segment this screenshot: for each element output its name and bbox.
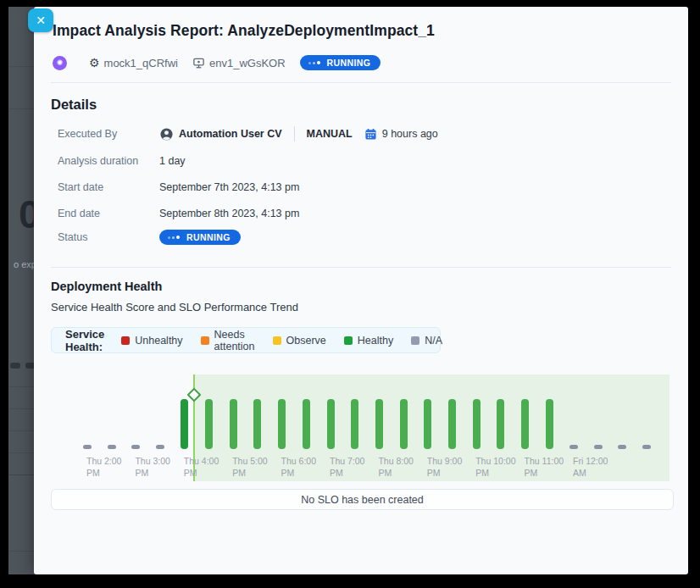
health-bar[interactable]: [521, 399, 529, 449]
background-chart-dash: [10, 363, 20, 369]
health-bar[interactable]: [303, 399, 310, 449]
legend-item-needs-attention: Needs attention: [201, 329, 255, 352]
start-date-value: September 7th 2023, 4:13 pm: [159, 181, 299, 193]
health-bar[interactable]: [400, 399, 408, 449]
legend-item-observe: Observe: [273, 335, 326, 347]
legend-swatch-icon: [121, 336, 130, 345]
health-bar-na[interactable]: [642, 445, 651, 449]
x-axis-label: Thu 7:00PM: [330, 456, 364, 479]
legend-item-unhealthy: Unhealthy: [121, 335, 182, 347]
x-axis-label: Fri 12:00AM: [573, 456, 608, 479]
slo-empty-box: No SLO has been created: [51, 489, 674, 510]
legend-swatch-icon: [201, 336, 209, 345]
legend-bar: Service Health: UnhealthyNeeds attention…: [51, 327, 441, 353]
health-bar[interactable]: [473, 399, 481, 449]
header-divider: [51, 82, 671, 83]
background-row-line: [8, 551, 36, 552]
status-badge-label: RUNNING: [186, 233, 231, 242]
legend-item-label: Observe: [286, 335, 326, 347]
details-heading: Details: [51, 97, 97, 113]
close-icon: ✕: [36, 14, 46, 27]
status-label: Status: [58, 231, 159, 243]
trigger-type: MANUAL: [307, 128, 353, 140]
duration-value: 1 day: [159, 155, 186, 167]
detail-row-end-date: End date September 8th 2023, 4:13 pm: [58, 205, 668, 222]
background-divider: [8, 108, 36, 109]
health-bar[interactable]: [546, 399, 553, 449]
health-bar-na[interactable]: [569, 445, 578, 449]
detail-row-start-date: Start date September 7th 2023, 4:13 pm: [58, 179, 668, 196]
health-bar[interactable]: [181, 399, 188, 449]
background-row-line: [8, 386, 36, 387]
executed-by-label: Executed By: [58, 128, 159, 140]
x-axis-label: Thu 9:00PM: [427, 456, 462, 479]
service-health-chart: Thu 2:00PMThu 3:00PMThu 4:00PMThu 5:00PM…: [51, 364, 674, 483]
health-bar[interactable]: [448, 399, 456, 449]
environment-ref: env1_wGsKOR: [192, 57, 286, 69]
automation-ref: ⚙ mock1_qCRfwi: [89, 57, 178, 69]
report-meta-row: ✺ ⚙ mock1_qCRfwi env1_wGsKOR RUNNING: [53, 53, 381, 72]
legend-item-label: Needs attention: [214, 329, 255, 352]
background-partial-text: o exp: [14, 259, 36, 269]
end-date-value: September 8th 2023, 4:13 pm: [159, 208, 299, 219]
end-date-label: End date: [58, 208, 159, 219]
health-bar-na[interactable]: [83, 445, 92, 449]
start-date-label: Start date: [58, 181, 159, 193]
background-divider: [8, 66, 36, 67]
x-axis-label: Thu 4:00PM: [184, 456, 219, 479]
user-icon: [159, 127, 174, 141]
detail-row-duration: Analysis duration 1 day: [58, 153, 668, 169]
section-divider: [51, 267, 671, 268]
x-axis-label: Thu 11:00PM: [525, 456, 564, 479]
background-row-line: [8, 430, 36, 431]
detail-row-status: Status RUNNING: [58, 229, 668, 246]
detail-row-executed-by: Executed By Automation User CV MANUAL 9 …: [58, 125, 668, 142]
x-axis-label: Thu 8:00PM: [378, 456, 413, 479]
health-bar[interactable]: [253, 399, 261, 449]
health-bar-na[interactable]: [108, 445, 116, 449]
health-bar[interactable]: [230, 399, 237, 449]
health-bar-na[interactable]: [618, 445, 626, 449]
health-bar-na[interactable]: [156, 445, 164, 449]
status-badge: RUNNING: [159, 230, 241, 246]
legend-item-label: Unhealthy: [135, 335, 182, 347]
x-axis-label: Thu 10:00PM: [475, 456, 515, 479]
x-axis-label: Thu 6:00PM: [281, 456, 316, 479]
legend-swatch-icon: [273, 336, 281, 345]
health-bar[interactable]: [351, 399, 358, 449]
close-button[interactable]: ✕: [28, 8, 53, 32]
chart-subtitle: Service Health Score and SLO Performance…: [51, 301, 298, 313]
health-bar-na[interactable]: [131, 445, 140, 449]
executed-by-user: Automation User CV: [179, 128, 282, 140]
health-bar[interactable]: [497, 399, 504, 449]
legend-item-n-a: N/A: [411, 335, 442, 347]
impact-report-drawer: Impact Analysis Report: AnalyzeDeploymen…: [34, 7, 688, 574]
environment-icon: [192, 57, 205, 69]
legend-swatch-icon: [344, 336, 353, 345]
health-bar[interactable]: [375, 399, 383, 449]
health-bar[interactable]: [424, 399, 431, 449]
x-axis-label: Thu 5:00PM: [232, 456, 267, 479]
health-bar-na[interactable]: [594, 445, 603, 449]
environment-name: env1_wGsKOR: [209, 57, 286, 69]
page-title: Impact Analysis Report: AnalyzeDeploymen…: [53, 22, 435, 40]
slo-empty-message: No SLO has been created: [301, 494, 424, 506]
legend-item-label: Healthy: [358, 335, 393, 347]
running-dots-icon: [168, 236, 181, 239]
background-page: 0 o exp: [8, 7, 36, 574]
deployment-health-heading: Deployment Health: [51, 280, 162, 293]
background-row-line: [8, 474, 36, 475]
gear-icon: ⚙: [89, 57, 100, 69]
status-badge: RUNNING: [300, 55, 381, 71]
executed-time: 9 hours ago: [382, 128, 438, 140]
legend-item-healthy: Healthy: [344, 335, 393, 347]
health-bar[interactable]: [327, 399, 335, 449]
background-row-line: [8, 408, 36, 409]
automation-name: mock1_qCRfwi: [104, 57, 178, 69]
legend-title: Service Health:: [65, 328, 104, 353]
health-bar[interactable]: [205, 399, 213, 449]
health-bar[interactable]: [278, 399, 286, 449]
background-metric-number: 0: [19, 191, 36, 237]
x-axis-label: Thu 3:00PM: [135, 456, 169, 479]
legend-item-label: N/A: [425, 335, 442, 347]
